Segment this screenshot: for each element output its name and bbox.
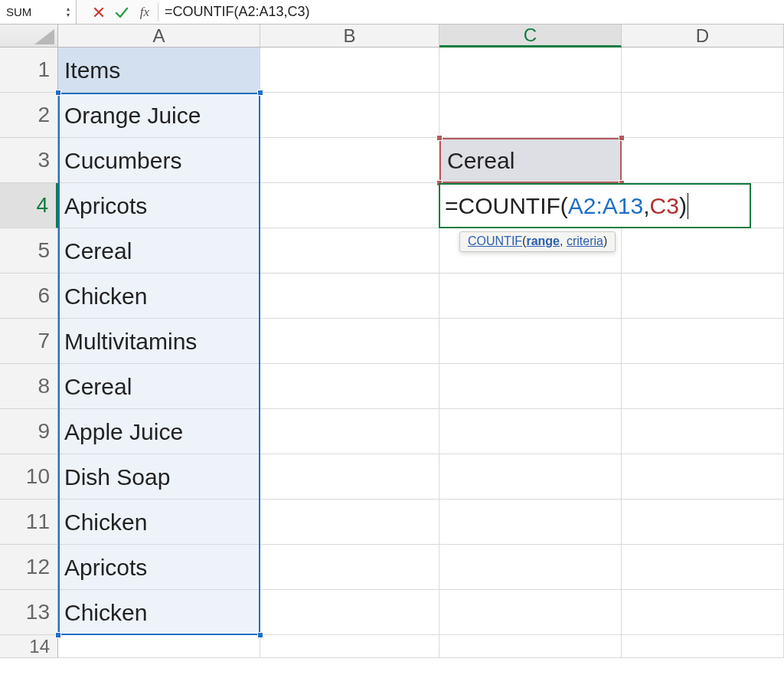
cell-A9[interactable]: Apple Juice — [58, 409, 260, 454]
cell-D8[interactable] — [622, 364, 784, 409]
function-tooltip[interactable]: COUNTIF(range, criteria) — [459, 231, 616, 252]
column-header-C[interactable]: C — [439, 25, 622, 48]
formula-token-criteria: C3 — [650, 193, 679, 219]
cell-C10[interactable] — [439, 454, 622, 500]
row-header[interactable]: 9 — [0, 409, 58, 454]
row-header[interactable]: 8 — [0, 364, 58, 409]
cell-A6[interactable]: Chicken — [58, 274, 260, 319]
cell-B14[interactable] — [260, 635, 439, 658]
cell-B7[interactable] — [260, 319, 439, 364]
cell-D3[interactable] — [622, 138, 784, 183]
cell-A1[interactable]: Items — [58, 48, 260, 93]
row-label: 14 — [29, 636, 50, 657]
col-label: A — [152, 25, 165, 47]
row-header[interactable]: 11 — [0, 500, 58, 545]
cell-A10[interactable]: Dish Soap — [58, 454, 260, 500]
cell-A14[interactable] — [58, 635, 260, 658]
cell-D9[interactable] — [622, 409, 784, 454]
row-label: 3 — [38, 148, 50, 172]
column-header-B[interactable]: B — [260, 25, 439, 47]
formula-token: ) — [679, 193, 687, 219]
cell-B10[interactable] — [260, 454, 439, 500]
cell-value: Multivitamins — [64, 329, 197, 355]
cell-B6[interactable] — [260, 274, 439, 319]
cell-D7[interactable] — [622, 319, 784, 364]
row-header[interactable]: 7 — [0, 319, 58, 364]
select-all-corner[interactable] — [0, 25, 58, 47]
cell-C9[interactable] — [439, 409, 622, 454]
cell-A11[interactable]: Chicken — [58, 500, 260, 545]
cell-value: Chicken — [64, 600, 147, 626]
cell-C12[interactable] — [439, 545, 622, 590]
cell-B4[interactable] — [260, 183, 439, 228]
cell-D5[interactable] — [622, 228, 784, 274]
cell-C7[interactable] — [439, 319, 622, 364]
row-header[interactable]: 13 — [0, 590, 58, 635]
cell-D14[interactable] — [622, 635, 784, 658]
cell-D11[interactable] — [622, 500, 784, 545]
cell-A12[interactable]: Apricots — [58, 545, 260, 590]
cell-B3[interactable] — [260, 138, 439, 183]
cell-C8[interactable] — [439, 364, 622, 409]
cell-D2[interactable] — [622, 93, 784, 138]
row-header[interactable]: 1 — [0, 48, 58, 93]
cell-B1[interactable] — [260, 48, 439, 93]
text-cursor — [688, 193, 688, 219]
cell-C1[interactable] — [439, 48, 622, 93]
row-header[interactable]: 12 — [0, 545, 58, 590]
cell-C11[interactable] — [439, 500, 622, 545]
cell-B2[interactable] — [260, 93, 439, 138]
cell-C14[interactable] — [439, 635, 622, 658]
cell-A5[interactable]: Cereal — [58, 228, 260, 274]
cell-B12[interactable] — [260, 545, 439, 590]
chevron-down-icon[interactable]: ▾ — [67, 12, 70, 18]
cell-C2[interactable] — [439, 93, 622, 138]
row-header[interactable]: 4 — [0, 183, 58, 228]
row-label: 1 — [38, 57, 50, 82]
cell-C13[interactable] — [439, 590, 622, 635]
cell-B8[interactable] — [260, 364, 439, 409]
row-header[interactable]: 10 — [0, 454, 58, 500]
name-box-stepper[interactable]: ▴ ▾ — [67, 6, 70, 18]
cell-D10[interactable] — [622, 454, 784, 500]
cell-A4[interactable]: Apricots — [58, 183, 260, 228]
tooltip-arg-range[interactable]: range — [526, 234, 560, 247]
column-header-D[interactable]: D — [622, 25, 784, 47]
check-icon — [114, 5, 129, 20]
enter-button[interactable] — [110, 0, 133, 24]
cell-C3[interactable] — [439, 138, 622, 183]
name-box[interactable]: SUM ▴ ▾ — [0, 0, 77, 24]
editing-cell[interactable]: =COUNTIF(A2:A13,C3) — [439, 183, 751, 228]
column-headers: A B C D — [0, 25, 784, 48]
cell-value: Chicken — [64, 283, 147, 310]
row-label: 11 — [26, 509, 50, 534]
column-header-A[interactable]: A — [58, 25, 260, 47]
cell-A13[interactable]: Chicken — [58, 590, 260, 635]
tooltip-fn-name[interactable]: COUNTIF — [468, 234, 522, 247]
row-header[interactable]: 2 — [0, 93, 58, 138]
row-7: 7 Multivitamins — [0, 319, 784, 364]
tooltip-arg-criteria[interactable]: criteria — [567, 234, 603, 247]
fx-label[interactable]: fx — [133, 0, 156, 24]
row-header[interactable]: 14 — [0, 635, 58, 658]
cell-A7[interactable]: Multivitamins — [58, 319, 260, 364]
cell-D6[interactable] — [622, 274, 784, 319]
cell-D12[interactable] — [622, 545, 784, 590]
row-header[interactable]: 6 — [0, 274, 58, 319]
cell-A2[interactable]: Orange Juice — [58, 93, 260, 138]
cell-A3[interactable]: Cucumbers — [58, 138, 260, 183]
cell-B5[interactable] — [260, 228, 439, 274]
cell-A8[interactable]: Cereal — [58, 364, 260, 409]
cell-D13[interactable] — [622, 590, 784, 635]
cell-B11[interactable] — [260, 500, 439, 545]
cell-B13[interactable] — [260, 590, 439, 635]
row-header[interactable]: 3 — [0, 138, 58, 183]
cell-D1[interactable] — [622, 48, 784, 93]
col-label: D — [696, 25, 709, 47]
cancel-button[interactable] — [87, 0, 110, 24]
row-9: 9 Apple Juice — [0, 409, 784, 454]
cell-C6[interactable] — [439, 274, 622, 319]
row-header[interactable]: 5 — [0, 228, 58, 274]
cell-B9[interactable] — [260, 409, 439, 454]
formula-input[interactable]: =COUNTIF(A2:A13,C3) — [160, 0, 784, 24]
